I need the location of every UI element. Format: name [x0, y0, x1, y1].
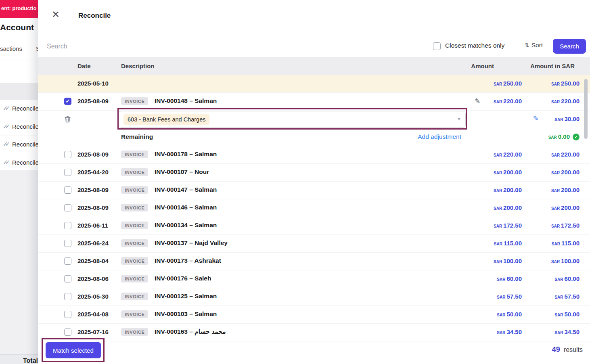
table-row[interactable]: 2025-06-24 INVOICE INV-000137 – Najd Val…: [38, 235, 590, 253]
row-amount: SAR200.00: [494, 204, 522, 211]
table-row[interactable]: 2025-08-09 INVOICE INV-000146 – Salman S…: [38, 199, 590, 217]
statement-row[interactable]: 2025-05-10 SAR250.00 SAR250.00: [38, 75, 590, 93]
sort-control[interactable]: ⇅Sort: [525, 42, 543, 49]
row-amount-sar: SAR30.00: [554, 115, 580, 123]
row-description: INV-000103 – Salman: [155, 310, 217, 318]
row-checkbox-checked[interactable]: ✓: [64, 98, 71, 105]
background-reconcile-row[interactable]: ✓✓ Reconcile: [0, 136, 38, 154]
double-check-icon: ✓✓: [3, 105, 10, 112]
account-select[interactable]: 603 - Bank Fees and Charges ▾: [118, 111, 466, 128]
row-amount: SAR57.50: [497, 293, 522, 300]
invoice-badge: INVOICE: [121, 275, 148, 282]
row-description: INV-000137 – Najd Valley: [155, 239, 228, 247]
row-checkbox[interactable]: [64, 204, 71, 211]
table-row[interactable]: 2025-06-11 INVOICE INV-000134 – Salman S…: [38, 217, 590, 235]
search-bar: Closest matches only ⇅Sort Search: [38, 35, 590, 58]
scrollbar-thumb[interactable]: [584, 79, 588, 139]
account-select-row: 603 - Bank Fees and Charges ▾ ✎ SAR30.00: [38, 111, 590, 128]
row-checkbox[interactable]: [64, 257, 71, 265]
invoice-badge: INVOICE: [121, 239, 148, 247]
row-date: 2025-08-09: [77, 151, 109, 158]
row-amount: SAR60.00: [497, 275, 522, 282]
row-date: 2025-06-24: [77, 240, 109, 247]
row-amount-sar: SAR100.00: [551, 257, 580, 265]
search-input[interactable]: [46, 40, 249, 53]
row-amount-sar: SAR200.00: [551, 186, 580, 194]
match-selected-button[interactable]: Match selected: [46, 342, 101, 358]
row-checkbox[interactable]: [64, 328, 71, 336]
row-amount: SAR220.00: [494, 151, 522, 158]
row-checkbox[interactable]: [64, 311, 71, 318]
table-row[interactable]: 2025-08-06 INVOICE INV-000176 – Saleh SA…: [38, 270, 590, 288]
remaining-amount: SAR0.00: [548, 133, 570, 140]
account-chip: 603 - Bank Fees and Charges: [123, 114, 209, 125]
row-amount-sar: SAR172.50: [551, 222, 580, 229]
tabs-divider: [0, 59, 38, 59]
background-table-header: [0, 83, 38, 100]
invoice-badge: INVOICE: [121, 97, 148, 105]
invoice-badge: INVOICE: [121, 186, 148, 194]
row-date: 2025-05-10: [77, 80, 109, 87]
row-amount-sar: SAR115.00: [552, 240, 580, 247]
table-row[interactable]: 2025-08-09 INVOICE INV-000147 – Salman S…: [38, 182, 590, 199]
row-checkbox[interactable]: [64, 186, 71, 194]
search-button[interactable]: Search: [553, 39, 586, 54]
table-row[interactable]: 2025-05-30 INVOICE INV-000125 – Salman S…: [38, 288, 590, 306]
row-description: INV-000147 – Salman: [155, 186, 217, 193]
row-amount: SAR250.00: [494, 80, 522, 87]
tab-transactions[interactable]: sactions: [0, 45, 22, 52]
edit-amount-icon[interactable]: ✎: [475, 97, 480, 105]
row-description: INV-000178 – Salman: [155, 151, 217, 158]
row-amount-sar: SAR250.00: [551, 80, 580, 87]
sort-label: Sort: [531, 42, 543, 48]
header-amount: Amount: [471, 63, 494, 69]
row-amount-sar: SAR220.00: [551, 98, 580, 105]
delete-icon[interactable]: [65, 116, 71, 124]
background-reconcile-row[interactable]: ✓✓ Reconcile: [0, 154, 38, 172]
invoice-badge: INVOICE: [121, 222, 148, 229]
invoice-badge: INVOICE: [121, 151, 148, 158]
row-checkbox[interactable]: [64, 169, 71, 176]
row-amount: SAR200.00: [494, 169, 522, 176]
total-label: Total: [23, 357, 38, 364]
close-icon[interactable]: ✕: [52, 10, 60, 19]
row-checkbox[interactable]: [64, 151, 71, 158]
table-row[interactable]: 2025-04-08 INVOICE INV-000103 – Salman S…: [38, 306, 590, 324]
edit-split-amount-icon[interactable]: ✎: [533, 114, 539, 123]
closest-matches-checkbox[interactable]: [433, 42, 441, 50]
header-description: Description: [121, 63, 155, 69]
row-amount: SAR200.00: [494, 186, 522, 194]
chevron-down-icon: ▾: [458, 115, 460, 122]
row-description: INV-000107 – Nour: [155, 168, 209, 176]
table-row[interactable]: 2025-08-04 INVOICE INV-000173 – Ashrakat…: [38, 253, 590, 270]
header-date: Date: [77, 63, 91, 69]
row-amount: SAR50.00: [497, 311, 522, 318]
row-date: 2025-04-08: [77, 311, 109, 318]
row-description: INV-000176 – Saleh: [155, 275, 211, 282]
row-description: INV-000173 – Ashrakat: [155, 257, 221, 264]
modal-title: Reconcile: [78, 12, 111, 20]
background-reconcile-row[interactable]: ✓✓ Reconcile: [0, 100, 38, 118]
table-body: 2025-05-10 SAR250.00 SAR250.00 ✓ 2025-08…: [38, 75, 590, 341]
header-amount-sar: Amount in SAR: [530, 63, 575, 69]
row-amount-sar: SAR60.00: [554, 275, 580, 282]
row-checkbox[interactable]: [64, 222, 71, 229]
page-title: Account: [0, 23, 34, 32]
check-circle-icon: ✓: [573, 134, 580, 140]
table-row[interactable]: 2025-08-09 INVOICE INV-000178 – Salman S…: [38, 146, 590, 164]
row-amount-sar: SAR50.00: [554, 311, 580, 318]
row-date: 2025-07-16: [77, 328, 109, 335]
matched-invoice-row[interactable]: ✓ 2025-08-09 INVOICE INV-000148 – Salman…: [38, 93, 590, 111]
results-number: 49: [552, 345, 560, 354]
table-row[interactable]: 2025-04-20 INVOICE INV-000107 – Nour SAR…: [38, 164, 590, 182]
background-reconcile-row[interactable]: ✓✓ Reconcile: [0, 118, 38, 136]
results-label: results: [564, 346, 583, 353]
table-row[interactable]: 2025-07-16 INVOICE INV-000163 – محمد حسا…: [38, 324, 590, 341]
row-checkbox[interactable]: [64, 240, 71, 247]
row-checkbox[interactable]: [64, 275, 71, 282]
row-date: 2025-08-09: [77, 186, 109, 193]
row-date: 2025-06-11: [77, 222, 108, 229]
add-adjustment-link[interactable]: Add adjustment: [418, 133, 461, 140]
table-header: Date Description Amount Amount in SAR: [38, 57, 590, 75]
row-checkbox[interactable]: [64, 293, 71, 300]
